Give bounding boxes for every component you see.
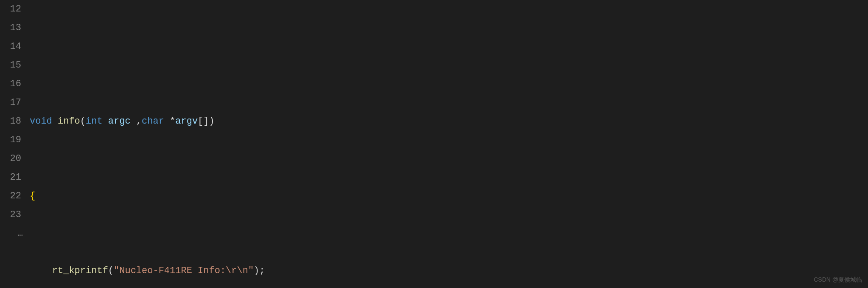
line-number: 15	[0, 56, 21, 75]
code-line[interactable]: {	[30, 187, 868, 206]
line-number: 16	[0, 75, 21, 93]
line-number: 14	[0, 37, 21, 56]
line-number: 12	[0, 0, 21, 19]
code-line[interactable]: rt_kprintf("Nucleo-F411RE Info:\r\n");	[30, 262, 868, 280]
line-number: 23	[0, 206, 21, 224]
line-number: 21	[0, 168, 21, 187]
line-number: 13	[0, 19, 21, 37]
line-number-gutter: 12 13 14 15 16 17 18 19 20 21 22 23 …	[0, 0, 30, 288]
line-number: 17	[0, 93, 21, 112]
code-area[interactable]: void info(int argc ,char *argv[]) { rt_k…	[30, 0, 868, 288]
watermark-text: CSDN @夏侯城临	[814, 276, 862, 284]
line-number: 22	[0, 187, 21, 206]
line-number: 20	[0, 150, 21, 168]
line-number: 18	[0, 112, 21, 131]
code-line[interactable]: void info(int argc ,char *argv[])	[30, 112, 868, 131]
code-line[interactable]	[30, 37, 868, 56]
more-lines-indicator: …	[0, 224, 21, 243]
line-number: 19	[0, 131, 21, 150]
code-editor[interactable]: 12 13 14 15 16 17 18 19 20 21 22 23 … vo…	[0, 0, 868, 288]
